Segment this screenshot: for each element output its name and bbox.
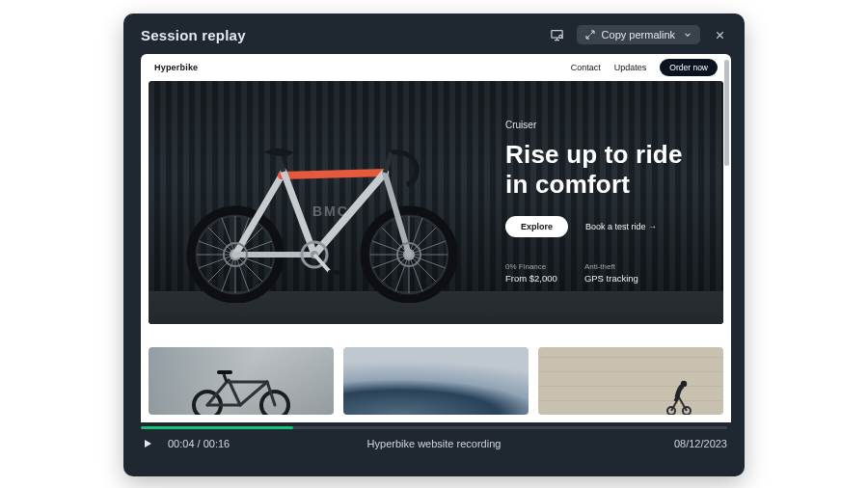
svg-line-47 xyxy=(224,374,227,382)
spec-finance-label: 0% Finance xyxy=(505,262,557,271)
expand-icon xyxy=(584,29,596,41)
card-1[interactable] xyxy=(149,347,334,415)
recording-date: 08/12/2023 xyxy=(674,438,727,449)
card-3-image xyxy=(662,368,694,415)
nav-contact[interactable]: Contact xyxy=(571,63,601,72)
svg-line-25 xyxy=(282,173,385,176)
card-3[interactable] xyxy=(538,347,723,415)
site-nav: Contact Updates Order now xyxy=(571,59,718,76)
spec-finance-value: From $2,000 xyxy=(505,273,557,284)
progress-fill xyxy=(141,426,293,429)
time-display: 00:04 / 00:16 xyxy=(168,438,230,449)
close-icon xyxy=(714,29,726,41)
svg-point-1 xyxy=(559,35,562,38)
svg-line-46 xyxy=(229,380,240,405)
hero-headline-line2: in comfort xyxy=(505,170,630,199)
viewport-container: Hyperbike Contact Updates Order now xyxy=(123,54,745,422)
spec-antitheft-label: Anti-theft xyxy=(584,262,638,271)
svg-line-31 xyxy=(385,152,392,173)
time-sep: / xyxy=(195,438,203,449)
svg-rect-48 xyxy=(217,370,232,374)
copy-permalink-button[interactable]: Copy permalink xyxy=(577,25,700,44)
hero-section: BMC Cruiser Rise up to ride in comfort E… xyxy=(149,81,723,324)
spec-antitheft: Anti-theft GPS tracking xyxy=(584,262,638,284)
site-brand[interactable]: Hyperbike xyxy=(154,63,198,72)
card-1-image xyxy=(178,363,304,415)
spec-finance: 0% Finance From $2,000 xyxy=(505,262,557,284)
header-actions: Copy permalink xyxy=(546,23,731,46)
hero-specs: 0% Finance From $2,000 Anti-theft GPS tr… xyxy=(505,262,700,284)
close-button[interactable] xyxy=(708,23,731,46)
svg-rect-35 xyxy=(328,270,339,275)
svg-point-51 xyxy=(681,381,687,387)
time-current: 00:04 xyxy=(168,438,195,449)
copy-permalink-label: Copy permalink xyxy=(602,29,675,41)
app-header: Session replay Copy permalink xyxy=(123,14,745,54)
hero-bike-image: BMC xyxy=(168,110,476,303)
spec-antitheft-value: GPS tracking xyxy=(584,273,638,284)
book-test-ride-link[interactable]: Book a test ride → xyxy=(585,222,657,231)
player-bar: 00:04 / 00:16 Hyperbike website recordin… xyxy=(123,422,745,476)
card-row xyxy=(149,347,723,415)
play-icon xyxy=(142,438,153,449)
recording-title: Hyperbike website recording xyxy=(367,438,502,449)
play-button[interactable] xyxy=(141,437,154,450)
hero-eyebrow: Cruiser xyxy=(505,120,700,130)
hero-cta-row: Explore Book a test ride → xyxy=(505,216,700,237)
app-title: Session replay xyxy=(141,27,246,43)
devtools-icon[interactable] xyxy=(546,23,569,46)
content-scrollbar[interactable] xyxy=(724,60,729,166)
time-total: 00:16 xyxy=(203,438,231,449)
svg-line-30 xyxy=(278,154,284,172)
hero-copy: Cruiser Rise up to ride in comfort Explo… xyxy=(505,120,700,284)
explore-button[interactable]: Explore xyxy=(505,216,568,237)
site-header: Hyperbike Contact Updates Order now xyxy=(141,54,731,81)
session-replay-window: Session replay Copy permalink Hyperb xyxy=(123,14,745,476)
svg-text:BMC: BMC xyxy=(312,203,349,219)
chevron-down-icon xyxy=(683,30,692,40)
card-2[interactable] xyxy=(343,347,529,415)
order-now-button[interactable]: Order now xyxy=(660,59,718,76)
progress-track[interactable] xyxy=(141,426,727,429)
hero-headline: Rise up to ride in comfort xyxy=(505,140,700,199)
nav-updates[interactable]: Updates xyxy=(614,63,647,72)
hero-headline-line1: Rise up to ride xyxy=(505,140,683,169)
recorded-page[interactable]: Hyperbike Contact Updates Order now xyxy=(141,54,731,422)
player-left: 00:04 / 00:16 xyxy=(141,437,230,450)
